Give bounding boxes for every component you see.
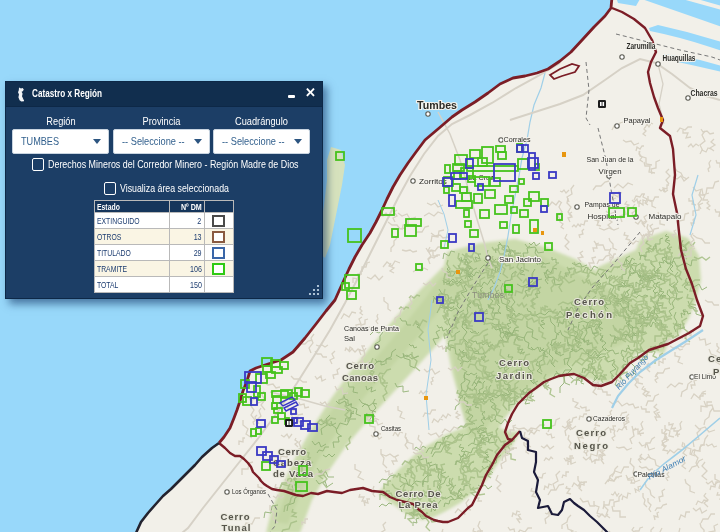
svg-text:Matapalo: Matapalo — [649, 212, 683, 221]
svg-text:Cerro: Cerro — [221, 511, 250, 522]
svg-text:Cerro: Cerro — [499, 357, 529, 368]
svg-text:Pa: Pa — [713, 366, 720, 377]
svg-text:Cerro: Cerro — [576, 427, 606, 438]
svg-text:Cerro: Cerro — [346, 360, 374, 371]
svg-text:Vírgen: Vírgen — [599, 167, 622, 176]
svg-text:Corrales: Corrales — [504, 135, 531, 144]
svg-text:Cerro De: Cerro De — [396, 488, 441, 499]
svg-text:Cazaderos: Cazaderos — [593, 414, 625, 423]
svg-text:Papayal: Papayal — [624, 116, 651, 125]
svg-text:Cerro: Cerro — [574, 296, 604, 307]
svg-text:Los Órganos: Los Órganos — [232, 487, 266, 496]
svg-text:Cer: Cer — [708, 353, 720, 364]
svg-text:Casitas: Casitas — [381, 425, 401, 432]
svg-text:Canoas: Canoas — [342, 372, 378, 383]
svg-text:Cerro: Cerro — [278, 446, 306, 457]
svg-text:Chacras: Chacras — [691, 88, 718, 98]
svg-text:La Prea: La Prea — [399, 499, 439, 510]
svg-text:San Juan de la: San Juan de la — [587, 155, 634, 164]
svg-text:Tumbes: Tumbes — [417, 100, 457, 111]
svg-text:Zarumilla: Zarumilla — [627, 41, 656, 51]
svg-text:Sal: Sal — [344, 334, 355, 343]
svg-text:Huaquillas: Huaquillas — [663, 53, 696, 63]
svg-text:San Jacinto: San Jacinto — [499, 255, 542, 264]
svg-text:Tumbes: Tumbes — [472, 290, 504, 300]
svg-text:Negro: Negro — [574, 440, 608, 451]
svg-text:Canoas de Punta: Canoas de Punta — [344, 324, 399, 333]
svg-text:Tunal: Tunal — [222, 522, 251, 532]
